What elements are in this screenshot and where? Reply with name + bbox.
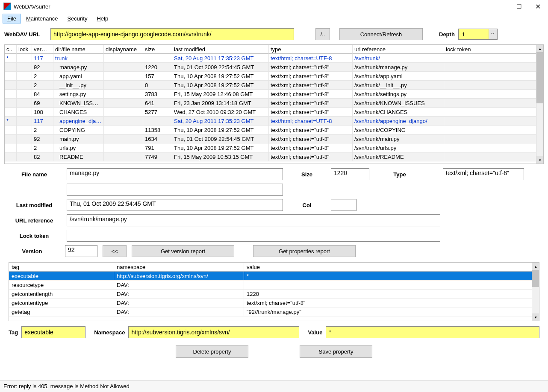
minimize-button[interactable]: —	[491, 0, 510, 12]
table-cell[interactable]	[444, 99, 543, 108]
table-cell[interactable]: Thu, 01 Oct 2009 22:54:45 GMT	[172, 63, 269, 72]
table-cell[interactable]: 2	[32, 81, 53, 90]
table-cell[interactable]	[104, 152, 143, 161]
table-cell[interactable]	[104, 126, 143, 135]
table-cell[interactable]	[5, 72, 17, 81]
table-cell[interactable]: __init__.py	[53, 81, 104, 90]
table-cell[interactable]: /svn/trunk/manage.py	[353, 63, 444, 72]
table-cell[interactable]: trunk	[53, 54, 104, 63]
table-cell[interactable]: 2	[32, 72, 53, 81]
table-cell[interactable]	[104, 117, 143, 126]
table-cell[interactable]	[5, 99, 17, 108]
table-cell[interactable]	[444, 117, 543, 126]
table-cell[interactable]	[17, 81, 32, 90]
table-cell[interactable]	[17, 126, 32, 135]
column-header[interactable]: displayname	[104, 45, 143, 54]
table-cell[interactable]: COPYING	[53, 126, 104, 135]
table-cell[interactable]: app.yaml	[53, 72, 104, 81]
table-cell[interactable]: README	[53, 152, 104, 161]
table-cell[interactable]: settings.py	[53, 90, 104, 99]
table-cell[interactable]: getcontentlength	[9, 290, 114, 298]
table-cell[interactable]	[17, 63, 32, 72]
col-input[interactable]	[331, 199, 356, 211]
maximize-button[interactable]: ☐	[510, 0, 528, 12]
table-cell[interactable]	[143, 54, 172, 63]
scroll-down-icon[interactable]: ▾	[532, 313, 539, 321]
close-button[interactable]: ✕	[528, 0, 547, 12]
url-input[interactable]	[50, 28, 294, 40]
table-cell[interactable]: text/xml; charset="utf-8"	[269, 143, 353, 152]
value-input[interactable]	[326, 326, 539, 338]
back-button[interactable]: <<	[103, 245, 127, 257]
table-cell[interactable]: /svn/trunk/appengine_django/	[353, 117, 444, 126]
table-cell[interactable]: 92	[32, 135, 53, 143]
menu-file[interactable]: File	[3, 14, 21, 23]
table-cell[interactable]: "92//trunk/manage.py"	[244, 307, 539, 316]
table-cell[interactable]: main.py	[53, 135, 104, 143]
table-cell[interactable]	[104, 81, 143, 90]
table-cell[interactable]	[17, 135, 32, 143]
table-cell[interactable]: /svn/trunk/README	[353, 152, 444, 161]
properties-scrollbar[interactable]: ▴ ▾	[532, 263, 539, 321]
table-cell[interactable]: Fri, 15 May 2009 12:46:08 GMT	[172, 90, 269, 99]
table-cell[interactable]: http://subversion.tigris.org/xmlns/svn/	[114, 272, 244, 281]
table-cell[interactable]: 117	[32, 54, 53, 63]
type-input[interactable]: text/xml; charset="utf-8"	[443, 168, 524, 180]
column-header[interactable]: value	[244, 263, 539, 272]
table-cell[interactable]: 1220	[143, 63, 172, 72]
table-cell[interactable]: Fri, 15 May 2009 10:53:15 GMT	[172, 152, 269, 161]
table-cell[interactable]: getetag	[9, 307, 114, 316]
table-cell[interactable]: text/xml; charset="utf-8"	[269, 108, 353, 117]
table-cell[interactable]	[104, 108, 143, 117]
table-cell[interactable]: *	[5, 117, 17, 126]
table-cell[interactable]: CHANGES	[53, 108, 104, 117]
table-cell[interactable]: Thu, 10 Apr 2008 19:27:52 GMT	[172, 126, 269, 135]
table-cell[interactable]	[5, 108, 17, 117]
table-cell[interactable]: text/xml; charset="utf-8"	[269, 99, 353, 108]
save-property-button[interactable]: Save property	[300, 345, 372, 358]
filename-input[interactable]: manage.py	[67, 168, 283, 180]
delete-property-button[interactable]: Delete property	[176, 345, 248, 358]
column-header[interactable]: tag	[9, 263, 114, 272]
table-cell[interactable]: DAV:	[114, 298, 244, 307]
table-cell[interactable]: urls.py	[53, 143, 104, 152]
column-header[interactable]: lock token	[444, 45, 543, 54]
table-cell[interactable]: /svn/trunk/COPYING	[353, 126, 444, 135]
table-cell[interactable]	[444, 152, 543, 161]
column-header[interactable]: lock	[17, 45, 32, 54]
table-cell[interactable]	[17, 108, 32, 117]
table-cell[interactable]: KNOWN_ISSUES	[53, 99, 104, 108]
table-cell[interactable]: DAV:	[114, 290, 244, 298]
table-cell[interactable]: *	[5, 54, 17, 63]
table-cell[interactable]: 84	[32, 90, 53, 99]
table-cell[interactable]: text/xml; charset="utf-8"	[269, 126, 353, 135]
table-cell[interactable]: Thu, 10 Apr 2008 19:27:52 GMT	[172, 143, 269, 152]
table-cell[interactable]	[5, 143, 17, 152]
updir-button[interactable]: /..	[315, 28, 330, 40]
file-grid-scrollbar[interactable]: ▴ ▾	[536, 45, 543, 164]
table-cell[interactable]: /svn/trunk/__init__.py	[353, 81, 444, 90]
table-cell[interactable]: text/xml; charset="utf-8"	[269, 135, 353, 143]
table-cell[interactable]	[5, 90, 17, 99]
table-cell[interactable]: 3783	[143, 90, 172, 99]
depth-select[interactable]: 1 ﹀	[458, 29, 498, 40]
properties-report-button[interactable]: Get properties report	[253, 245, 356, 257]
column-header[interactable]: type	[269, 45, 353, 54]
table-cell[interactable]: 108	[32, 108, 53, 117]
table-cell[interactable]	[444, 126, 543, 135]
table-cell[interactable]: Fri, 23 Jan 2009 13:14:18 GMT	[172, 99, 269, 108]
table-cell[interactable]	[17, 99, 32, 108]
table-cell[interactable]	[104, 63, 143, 72]
table-cell[interactable]: 2	[32, 126, 53, 135]
table-cell[interactable]	[444, 143, 543, 152]
table-cell[interactable]: text/xml; charset="utf-8"	[269, 90, 353, 99]
table-cell[interactable]	[5, 63, 17, 72]
table-cell[interactable]	[104, 54, 143, 63]
column-header[interactable]: last modified	[172, 45, 269, 54]
table-cell[interactable]: *	[244, 272, 539, 281]
column-header[interactable]: namespace	[114, 263, 244, 272]
scroll-up-icon[interactable]: ▴	[532, 263, 539, 270]
table-cell[interactable]	[244, 281, 539, 290]
table-cell[interactable]: text/xml; charset="utf-8"	[269, 72, 353, 81]
table-cell[interactable]: /svn/trunk/	[353, 54, 444, 63]
